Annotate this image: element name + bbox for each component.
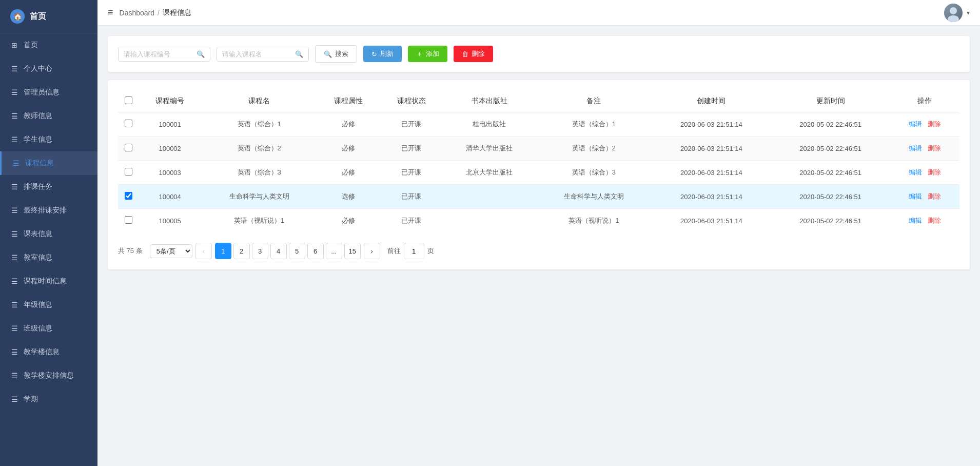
cell-name-100005: 英语（视听说）1 <box>201 209 317 233</box>
add-button[interactable]: ＋ 添加 <box>408 46 447 62</box>
sidebar-icon-timetable: ☰ <box>10 230 18 238</box>
delete-row-button-100004[interactable]: 删除 <box>928 192 941 200</box>
edit-button-100003[interactable]: 编辑 <box>909 168 922 176</box>
page-content: 🔍 🔍 🔍 搜索 ↻ 刷新 ＋ 添加 🗑 删除 <box>97 26 980 466</box>
page-btn-5[interactable]: 5 <box>289 243 305 259</box>
page-goto: 前往 页 <box>387 243 434 259</box>
sidebar-item-course-time[interactable]: ☰ 课程时间信息 <box>0 269 97 293</box>
pagination: 共 75 条 5条/页10条/页20条/页50条/页 ‹ 123456...15… <box>118 243 959 259</box>
cell-publisher-100005 <box>443 209 536 233</box>
delete-row-button-100002[interactable]: 删除 <box>928 144 941 152</box>
search-button[interactable]: 🔍 搜索 <box>315 45 357 63</box>
delete-row-button-100003[interactable]: 删除 <box>928 168 941 176</box>
checkbox-100005[interactable] <box>125 216 132 224</box>
sidebar-item-classroom[interactable]: ☰ 教室信息 <box>0 246 97 269</box>
sidebar-item-admin[interactable]: ☰ 管理员信息 <box>0 81 97 104</box>
sidebar-item-schedule-task[interactable]: ☰ 排课任务 <box>0 175 97 199</box>
checkbox-100003[interactable] <box>125 168 132 176</box>
sidebar-item-grade[interactable]: ☰ 年级信息 <box>0 293 97 317</box>
course-name-input[interactable] <box>222 50 292 58</box>
sidebar-item-semester[interactable]: ☰ 学期 <box>0 387 97 411</box>
row-checkbox-100001[interactable] <box>118 112 139 137</box>
edit-button-100002[interactable]: 编辑 <box>909 144 922 152</box>
cell-updated-100004: 2020-05-02 22:46:51 <box>771 185 890 209</box>
row-checkbox-100003[interactable] <box>118 161 139 185</box>
edit-button-100004[interactable]: 编辑 <box>909 192 922 200</box>
page-size-select[interactable]: 5条/页10条/页20条/页50条/页 <box>150 244 192 258</box>
sidebar-item-teacher[interactable]: ☰ 教师信息 <box>0 104 97 128</box>
page-btn-3[interactable]: 3 <box>252 243 268 259</box>
sidebar-icon-classroom: ☰ <box>10 254 18 262</box>
cell-actions-100002: 编辑 删除 <box>890 137 959 161</box>
table-body: 100001 英语（综合）1 必修 已开课 桂电出版社 英语（综合）1 2020… <box>118 112 959 233</box>
course-no-input[interactable] <box>124 50 193 58</box>
sidebar-label-student: 学生信息 <box>24 135 52 144</box>
checkbox-100002[interactable] <box>125 144 132 151</box>
sidebar-logo-label: 首页 <box>30 11 46 22</box>
checkbox-100001[interactable] <box>125 120 132 127</box>
cell-id-100005: 100005 <box>139 209 201 233</box>
course-name-input-wrapper: 🔍 <box>217 47 309 62</box>
menu-toggle-icon[interactable]: ≡ <box>108 7 113 18</box>
header-left: ≡ Dashboard / 课程信息 <box>108 7 191 18</box>
prev-page-button[interactable]: ‹ <box>195 243 212 259</box>
row-checkbox-100005[interactable] <box>118 209 139 233</box>
sidebar-item-schedule-final[interactable]: ☰ 最终排课安排 <box>0 199 97 222</box>
sidebar-item-building[interactable]: ☰ 教学楼信息 <box>0 340 97 364</box>
edit-button-100005[interactable]: 编辑 <box>909 217 922 224</box>
sidebar-item-personal[interactable]: ☰ 个人中心 <box>0 57 97 81</box>
page-btn-1[interactable]: 1 <box>215 243 231 259</box>
col-course-property: 课程属性 <box>317 90 380 112</box>
sidebar-icon-schedule-final: ☰ <box>10 206 18 215</box>
select-all-checkbox[interactable] <box>125 96 132 104</box>
breadcrumb: Dashboard / 课程信息 <box>120 8 191 17</box>
page-btn-6[interactable]: 6 <box>307 243 324 259</box>
delete-row-button-100005[interactable]: 删除 <box>928 217 941 224</box>
sidebar-icon-building: ☰ <box>10 348 18 356</box>
sidebar-item-course[interactable]: ☰ 课程信息 <box>0 151 97 175</box>
next-page-button[interactable]: › <box>364 243 380 259</box>
sidebar-icon-semester: ☰ <box>10 395 18 403</box>
main-content: ≡ Dashboard / 课程信息 ▾ <box>97 0 980 466</box>
sidebar-item-building-schedule[interactable]: ☰ 教学楼安排信息 <box>0 364 97 387</box>
sidebar-logo[interactable]: 🏠 首页 <box>0 0 97 33</box>
cell-id-100004: 100004 <box>139 185 201 209</box>
page-btn-ellipsis: ... <box>326 243 342 259</box>
cell-publisher-100001: 桂电出版社 <box>443 112 536 137</box>
col-action: 操作 <box>890 90 959 112</box>
page-unit: 页 <box>427 246 434 256</box>
cell-property-100005: 必修 <box>317 209 380 233</box>
row-checkbox-100002[interactable] <box>118 137 139 161</box>
avatar[interactable] <box>944 4 963 22</box>
sidebar-icon-teacher: ☰ <box>10 112 18 120</box>
sidebar-label-course: 课程信息 <box>25 159 54 168</box>
sidebar-item-class[interactable]: ☰ 班级信息 <box>0 317 97 340</box>
table-header: 课程编号 课程名 课程属性 课程状态 书本出版社 备注 创建时间 更新时间 操作 <box>118 90 959 112</box>
sidebar-item-student[interactable]: ☰ 学生信息 <box>0 128 97 151</box>
sidebar: 🏠 首页 ⊞ 首页 ☰ 个人中心 ☰ 管理员信息 ☰ 教师信息 ☰ 学生信息 ☰… <box>0 0 97 466</box>
cell-updated-100003: 2020-05-02 22:46:51 <box>771 161 890 185</box>
cell-updated-100001: 2020-05-02 22:46:51 <box>771 112 890 137</box>
refresh-button[interactable]: ↻ 刷新 <box>363 46 402 62</box>
sidebar-item-timetable[interactable]: ☰ 课表信息 <box>0 222 97 246</box>
sidebar-label-teacher: 教师信息 <box>24 111 52 121</box>
goto-input[interactable] <box>404 243 424 259</box>
cell-publisher-100002: 清华大学出版社 <box>443 137 536 161</box>
cell-publisher-100003: 北京大学出版社 <box>443 161 536 185</box>
breadcrumb-root[interactable]: Dashboard <box>120 9 155 17</box>
checkbox-100004[interactable] <box>125 192 132 200</box>
page-btn-last[interactable]: 15 <box>344 243 361 259</box>
sidebar-label-schedule-final: 最终排课安排 <box>24 206 67 215</box>
col-course-no: 课程编号 <box>139 90 201 112</box>
page-btn-2[interactable]: 2 <box>233 243 250 259</box>
delete-row-button-100001[interactable]: 删除 <box>928 120 941 128</box>
row-checkbox-100004[interactable] <box>118 185 139 209</box>
delete-button[interactable]: 🗑 删除 <box>454 46 493 62</box>
cell-created-100005: 2020-06-03 21:51:14 <box>652 209 771 233</box>
sidebar-item-home[interactable]: ⊞ 首页 <box>0 33 97 57</box>
avatar-dropdown-icon[interactable]: ▾ <box>967 9 970 16</box>
sidebar-icon-class: ☰ <box>10 324 18 333</box>
page-btn-4[interactable]: 4 <box>270 243 287 259</box>
table-row: 100002 英语（综合）2 必修 已开课 清华大学出版社 英语（综合）2 20… <box>118 137 959 161</box>
edit-button-100001[interactable]: 编辑 <box>909 120 922 128</box>
